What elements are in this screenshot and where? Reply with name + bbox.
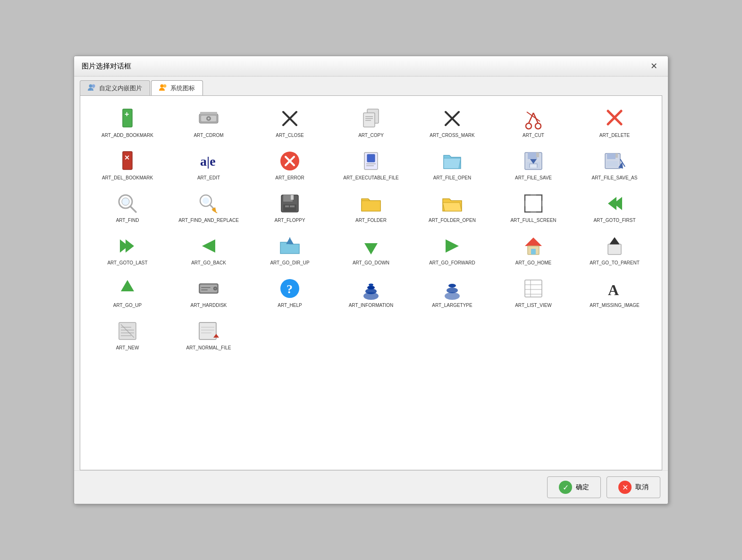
icon-item-cut[interactable]: ART_CUT [494, 103, 573, 142]
go-dir-up-label: ART_GO_DIR_UP [270, 260, 309, 266]
ok-icon: ✓ [559, 481, 572, 494]
icon-item-file-save[interactable]: ART_FILE_SAVE [494, 146, 573, 185]
icon-item-copy[interactable]: ART_COPY [331, 103, 411, 142]
svg-rect-45 [607, 153, 616, 159]
icon-item-floppy[interactable]: ART_FLOPPY [250, 188, 329, 227]
icon-item-go-up[interactable]: ART_GO_UP [88, 273, 167, 312]
icon-item-goto-last[interactable]: ART_GOTO_LAST [88, 231, 167, 270]
icon-item-go-to-parent[interactable]: ART_GO_TO_PARENT [575, 231, 654, 270]
icon-item-largetype[interactable]: ART_LARGETYPE [413, 273, 492, 312]
go-up-icon [116, 277, 139, 300]
error-label: ART_ERROR [275, 175, 304, 181]
icon-item-find-replace[interactable]: ART_FIND_AND_REPLACE [169, 188, 248, 227]
add-bookmark-label: ART_ADD_BOOKMARK [101, 133, 153, 138]
svg-point-3 [163, 85, 167, 88]
icon-item-list-view[interactable]: ART_LIST_VIEW [494, 273, 573, 312]
cancel-button[interactable]: ✕ 取消 [607, 476, 660, 498]
tab-system-label: 系统图标 [170, 84, 195, 93]
add-bookmark-icon: + [116, 107, 139, 130]
dialog: 图片选择对话框 ✕ 自定义内嵌图片 系统图标 [74, 56, 668, 504]
icon-item-del-bookmark[interactable]: ✕ ART_DEL_BOOKMARK [88, 146, 167, 185]
edit-icon: a|e [197, 150, 220, 172]
icon-item-help[interactable]: ? ART_HELP [250, 273, 329, 312]
go-back-icon [197, 235, 220, 257]
tab-custom-icon [88, 84, 96, 93]
svg-marker-74 [525, 238, 542, 246]
icon-item-goto-first[interactable]: ART_GOTO_FIRST [575, 188, 654, 227]
file-open-icon [441, 150, 464, 172]
svg-point-1 [92, 85, 95, 88]
svg-point-54 [202, 197, 209, 204]
icon-item-folder-open[interactable]: ART_FOLDER_OPEN [413, 188, 492, 227]
icon-item-placeholder2[interactable]: ART_NORMAL_FILE [169, 316, 248, 355]
icon-item-folder[interactable]: ART_FOLDER [331, 188, 411, 227]
title-bar: 图片选择对话框 ✕ [74, 56, 668, 76]
svg-text:a|e: a|e [200, 154, 216, 169]
svg-rect-40 [528, 153, 537, 159]
icon-item-harddisk[interactable]: ART_HARDDISK [169, 273, 248, 312]
executable-file-label: ART_EXECUTABLE_FILE [343, 175, 398, 181]
missing-image-label: ART_MISSING_IMAGE [590, 303, 639, 308]
folder-label: ART_FOLDER [355, 218, 387, 223]
svg-marker-80 [121, 280, 134, 291]
svg-rect-86 [201, 289, 208, 290]
information-label: ART_INFORMATION [349, 303, 394, 308]
list-view-icon [522, 277, 545, 300]
svg-rect-85 [201, 287, 211, 288]
del-bookmark-label: ART_DEL_BOOKMARK [102, 175, 153, 181]
icon-item-full-screen[interactable]: ART_FULL_SCREEN [494, 188, 573, 227]
placeholder1-icon [116, 320, 139, 342]
go-up-label: ART_GO_UP [113, 303, 142, 308]
icon-item-cross-mark[interactable]: ART_CROSS_MARK [413, 103, 492, 142]
cancel-label: 取消 [635, 483, 649, 492]
icon-item-executable-file[interactable]: ART_EXECUTABLE_FILE [331, 146, 411, 185]
svg-point-93 [445, 292, 460, 300]
tab-bar: 自定义内嵌图片 系统图标 [74, 76, 668, 95]
icon-item-add-bookmark[interactable]: + ART_ADD_BOOKMARK [88, 103, 167, 142]
tab-system[interactable]: 系统图标 [151, 80, 203, 95]
svg-rect-46 [616, 153, 618, 158]
svg-marker-72 [364, 243, 378, 255]
svg-point-94 [447, 288, 458, 293]
largetype-icon [441, 277, 464, 300]
svg-text:+: + [125, 110, 129, 118]
goto-last-icon [116, 235, 139, 257]
svg-rect-63 [362, 201, 380, 211]
icon-item-go-dir-up[interactable]: ART_GO_DIR_UP [250, 231, 329, 270]
floppy-icon [278, 192, 301, 215]
icon-grid-container[interactable]: + ART_ADD_BOOKMARK ART_CDROM [80, 95, 662, 470]
svg-marker-69 [202, 239, 215, 253]
icon-item-information[interactable]: ART_INFORMATION [331, 273, 411, 312]
icon-item-go-down[interactable]: ART_GO_DOWN [331, 231, 411, 270]
svg-rect-11 [200, 112, 217, 114]
icon-item-cdrom[interactable]: ART_CDROM [169, 103, 248, 142]
ok-button[interactable]: ✓ 确定 [547, 476, 601, 498]
tab-system-icon [159, 84, 168, 93]
svg-rect-59 [291, 195, 294, 200]
dialog-title: 图片选择对话框 [82, 62, 131, 71]
tab-custom[interactable]: 自定义内嵌图片 [80, 80, 150, 95]
svg-rect-77 [608, 244, 621, 255]
icon-item-go-back[interactable]: ART_GO_BACK [169, 231, 248, 270]
close-icon [278, 107, 301, 130]
icon-item-file-open[interactable]: ART_FILE_OPEN [413, 146, 492, 185]
icon-item-delete[interactable]: ART_DELETE [575, 103, 654, 142]
icon-item-error[interactable]: ART_ERROR [250, 146, 329, 185]
placeholder1-label: ART_NEW [116, 345, 139, 351]
close-button[interactable]: ✕ [648, 61, 660, 71]
icon-item-go-forward[interactable]: ART_GO_FORWARD [413, 231, 492, 270]
full-screen-icon [522, 192, 545, 215]
svg-rect-36 [367, 154, 375, 162]
svg-text:A: A [608, 281, 619, 298]
icon-item-edit[interactable]: a|e ART_EDIT [169, 146, 248, 185]
icon-item-close[interactable]: ART_CLOSE [250, 103, 329, 142]
delete-icon [603, 107, 626, 130]
icon-item-find[interactable]: ART_FIND [88, 188, 167, 227]
icon-item-placeholder1[interactable]: ART_NEW [88, 316, 167, 355]
go-to-parent-label: ART_GO_TO_PARENT [590, 260, 640, 266]
icon-item-go-home[interactable]: ART_GO_HOME [494, 231, 573, 270]
svg-marker-73 [446, 239, 459, 253]
icon-item-file-save-as[interactable]: ART_FILE_SAVE_AS [575, 146, 654, 185]
icon-item-missing-image[interactable]: A ART_MISSING_IMAGE [575, 273, 654, 312]
svg-point-92 [369, 284, 373, 286]
